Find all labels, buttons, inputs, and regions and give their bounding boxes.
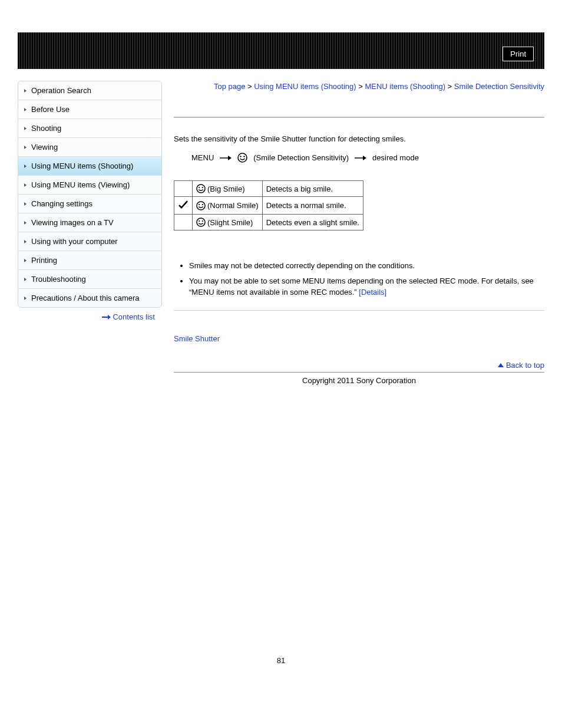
option-name-cell: (Slight Smile) <box>193 215 263 230</box>
arrow-right-icon <box>102 317 110 318</box>
table-row: (Normal Smile) Detects a normal smile. <box>174 197 363 215</box>
sidebar-item-operation-search[interactable]: Operation Search <box>18 81 161 100</box>
table-row: (Slight Smile) Detects even a slight smi… <box>174 215 363 230</box>
arrow-right-icon <box>355 155 366 161</box>
note-text: Smiles may not be detected correctly dep… <box>189 261 415 270</box>
svg-marker-6 <box>363 156 366 160</box>
desired-mode-label: desired mode <box>372 153 419 162</box>
options-table: (Big Smile) Detects a big smile. (Normal… <box>174 180 363 230</box>
svg-point-8 <box>199 187 200 188</box>
print-button[interactable]: Print <box>503 47 534 61</box>
sidebar-label: Viewing <box>31 143 58 151</box>
svg-point-9 <box>202 187 203 188</box>
menu-label: MENU <box>191 153 214 162</box>
intro-text: Sets the sensitivity of the Smile Shutte… <box>174 133 544 145</box>
sidebar-label: Operation Search <box>31 86 91 95</box>
option-name: (Normal Smile) <box>207 201 259 210</box>
divider <box>174 117 544 118</box>
breadcrumb-current: Smile Detection Sensitivity <box>454 82 544 91</box>
svg-point-15 <box>202 220 203 222</box>
breadcrumb-l2[interactable]: MENU items (Shooting) <box>365 82 445 91</box>
sidebar-label: Using MENU items (Shooting) <box>31 162 133 170</box>
notes-list: Smiles may not be detected correctly dep… <box>186 260 544 298</box>
divider <box>174 310 544 311</box>
smile-icon <box>196 201 206 210</box>
sidebar-label: Using MENU items (Viewing) <box>31 180 130 189</box>
sidebar: Operation Search Before Use Shooting Vie… <box>18 81 162 308</box>
sidebar-item-troubleshooting[interactable]: Troubleshooting <box>18 270 161 289</box>
svg-point-11 <box>199 204 200 205</box>
breadcrumb: Top page > Using MENU items (Shooting) >… <box>174 81 544 93</box>
option-desc: Detects a big smile. <box>262 181 363 197</box>
option-name-cell: (Normal Smile) <box>193 197 263 215</box>
note-item: You may not be able to set some MENU ite… <box>189 275 544 298</box>
sidebar-item-changing-settings[interactable]: Changing settings <box>18 195 161 213</box>
contents-list-link[interactable]: Contents list <box>18 308 162 326</box>
breadcrumb-l1[interactable]: Using MENU items (Shooting) <box>254 82 356 91</box>
breadcrumb-sep: > <box>356 82 365 91</box>
header-bar: Print <box>18 32 544 69</box>
option-desc: Detects even a slight smile. <box>262 215 363 230</box>
table-row: (Big Smile) Detects a big smile. <box>174 181 363 197</box>
breadcrumb-sep: > <box>245 82 254 91</box>
smile-icon <box>196 218 206 227</box>
sidebar-label: Precautions / About this camera <box>31 294 140 302</box>
sidebar-item-menu-viewing[interactable]: Using MENU items (Viewing) <box>18 176 161 195</box>
check-cell <box>174 197 193 215</box>
copyright-text: Copyright 2011 Sony Corporation <box>174 376 544 385</box>
svg-point-2 <box>238 153 247 162</box>
sidebar-wrapper: Operation Search Before Use Shooting Vie… <box>18 81 162 385</box>
details-link[interactable]: [Details] <box>359 288 386 297</box>
page-number: 81 <box>18 656 544 665</box>
sidebar-item-before-use[interactable]: Before Use <box>18 100 161 119</box>
check-cell <box>174 215 193 230</box>
divider <box>174 372 544 373</box>
sidebar-label: Using with your computer <box>31 237 118 246</box>
related-topic-link[interactable]: Smile Shutter <box>174 334 220 343</box>
sidebar-label: Troubleshooting <box>31 275 86 284</box>
sidebar-item-shooting[interactable]: Shooting <box>18 119 161 138</box>
svg-marker-1 <box>228 156 232 160</box>
smile-icon <box>237 153 247 163</box>
svg-point-10 <box>197 202 205 210</box>
svg-point-3 <box>240 156 242 157</box>
svg-point-7 <box>197 185 205 193</box>
triangle-up-icon <box>498 363 504 367</box>
path-label: (Smile Detection Sensitivity) <box>253 153 349 162</box>
contents-list-label: Contents list <box>113 312 155 321</box>
sidebar-label: Viewing images on a TV <box>31 218 114 227</box>
sidebar-item-viewing[interactable]: Viewing <box>18 138 161 157</box>
option-name-cell: (Big Smile) <box>193 181 263 197</box>
sidebar-item-menu-shooting[interactable]: Using MENU items (Shooting) <box>18 157 161 176</box>
sidebar-label: Before Use <box>31 105 70 114</box>
sidebar-item-using-computer[interactable]: Using with your computer <box>18 232 161 251</box>
svg-point-13 <box>197 218 205 226</box>
sidebar-item-viewing-tv[interactable]: Viewing images on a TV <box>18 213 161 232</box>
option-desc: Detects a normal smile. <box>262 197 363 215</box>
check-cell <box>174 181 193 197</box>
breadcrumb-top[interactable]: Top page <box>214 82 246 91</box>
svg-point-12 <box>202 204 203 205</box>
option-name: (Slight Smile) <box>207 218 253 227</box>
sidebar-item-printing[interactable]: Printing <box>18 251 161 270</box>
main-content: Top page > Using MENU items (Shooting) >… <box>174 81 544 385</box>
back-to-top-label: Back to top <box>506 361 544 370</box>
back-to-top-link[interactable]: Back to top <box>174 361 544 370</box>
sidebar-item-precautions[interactable]: Precautions / About this camera <box>18 289 161 307</box>
smile-icon <box>196 184 206 193</box>
arrow-right-icon <box>220 155 232 161</box>
sidebar-label: Printing <box>31 256 57 265</box>
breadcrumb-sep: > <box>445 82 454 91</box>
menu-path: MENU (Smile Detection Sensitivity) desir… <box>191 153 544 163</box>
note-item: Smiles may not be detected correctly dep… <box>189 260 544 272</box>
option-name: (Big Smile) <box>207 185 245 193</box>
sidebar-label: Shooting <box>31 124 61 133</box>
sidebar-label: Changing settings <box>31 199 92 208</box>
checkmark-icon <box>178 202 189 211</box>
svg-point-4 <box>244 156 245 157</box>
svg-point-14 <box>199 220 200 222</box>
